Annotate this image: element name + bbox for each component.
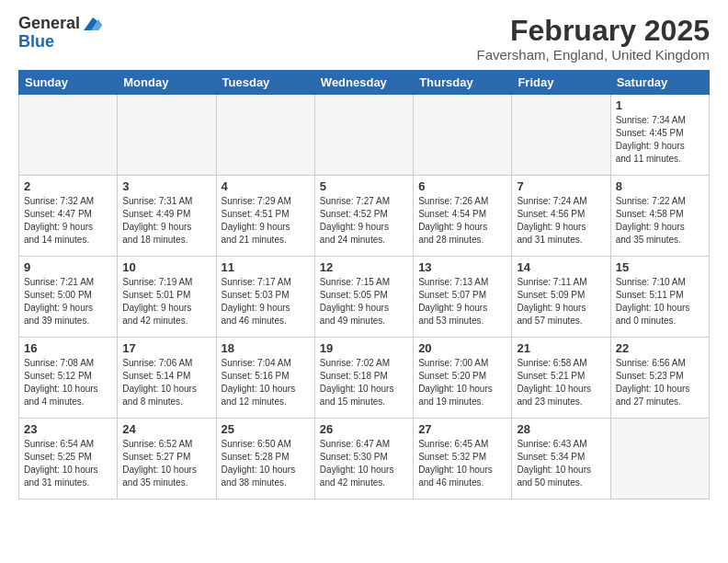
day-number: 15 [616, 260, 704, 274]
day-info: Sunrise: 7:00 AMSunset: 5:20 PMDaylight:… [418, 357, 506, 408]
day-number: 2 [24, 179, 112, 193]
calendar-day-cell: 16Sunrise: 7:08 AMSunset: 5:12 PMDayligh… [19, 338, 118, 419]
day-number: 19 [320, 341, 408, 355]
day-number: 12 [320, 260, 408, 274]
weekday-header-row: Sunday Monday Tuesday Wednesday Thursday… [19, 71, 710, 95]
day-info: Sunrise: 6:45 AMSunset: 5:32 PMDaylight:… [418, 438, 506, 489]
header-thursday: Thursday [414, 71, 512, 95]
calendar-day-cell: 8Sunrise: 7:22 AMSunset: 4:58 PMDaylight… [610, 176, 709, 257]
calendar-week-row: 9Sunrise: 7:21 AMSunset: 5:00 PMDaylight… [19, 257, 710, 338]
calendar-day-cell: 4Sunrise: 7:29 AMSunset: 4:51 PMDaylight… [216, 176, 314, 257]
day-number: 22 [616, 341, 704, 355]
day-number: 26 [320, 422, 408, 436]
day-number: 24 [122, 422, 210, 436]
day-number: 13 [418, 260, 506, 274]
day-info: Sunrise: 7:04 AMSunset: 5:16 PMDaylight:… [222, 357, 310, 408]
calendar-day-cell: 10Sunrise: 7:19 AMSunset: 5:01 PMDayligh… [118, 257, 216, 338]
day-info: Sunrise: 7:02 AMSunset: 5:18 PMDaylight:… [320, 357, 408, 408]
day-number: 25 [222, 422, 310, 436]
day-number: 5 [320, 179, 408, 193]
calendar-week-row: 16Sunrise: 7:08 AMSunset: 5:12 PMDayligh… [19, 338, 710, 419]
day-info: Sunrise: 7:08 AMSunset: 5:12 PMDaylight:… [24, 357, 112, 408]
day-info: Sunrise: 7:34 AMSunset: 4:45 PMDaylight:… [616, 114, 704, 166]
calendar-day-cell: 7Sunrise: 7:24 AMSunset: 4:56 PMDaylight… [512, 176, 610, 257]
calendar-day-cell: 5Sunrise: 7:27 AMSunset: 4:52 PMDaylight… [314, 176, 413, 257]
month-title: February 2025 [477, 15, 710, 47]
calendar-day-cell: 27Sunrise: 6:45 AMSunset: 5:32 PMDayligh… [414, 419, 512, 500]
day-number: 7 [517, 179, 605, 193]
title-block: February 2025 Faversham, England, United… [477, 15, 710, 63]
calendar-day-cell [19, 95, 118, 176]
day-info: Sunrise: 7:26 AMSunset: 4:54 PMDaylight:… [418, 195, 506, 247]
calendar-day-cell: 13Sunrise: 7:13 AMSunset: 5:07 PMDayligh… [414, 257, 512, 338]
header-wednesday: Wednesday [314, 71, 413, 95]
calendar-week-row: 1Sunrise: 7:34 AMSunset: 4:45 PMDaylight… [19, 95, 710, 176]
day-info: Sunrise: 6:58 AMSunset: 5:21 PMDaylight:… [517, 357, 605, 408]
logo: General Blue [18, 15, 102, 52]
calendar-day-cell: 21Sunrise: 6:58 AMSunset: 5:21 PMDayligh… [512, 338, 610, 419]
calendar-day-cell: 15Sunrise: 7:10 AMSunset: 5:11 PMDayligh… [610, 257, 709, 338]
calendar-day-cell: 2Sunrise: 7:32 AMSunset: 4:47 PMDaylight… [19, 176, 118, 257]
day-info: Sunrise: 7:10 AMSunset: 5:11 PMDaylight:… [616, 276, 704, 327]
day-info: Sunrise: 6:54 AMSunset: 5:25 PMDaylight:… [24, 438, 112, 489]
calendar-day-cell: 24Sunrise: 6:52 AMSunset: 5:27 PMDayligh… [118, 419, 216, 500]
calendar-day-cell [216, 95, 314, 176]
day-info: Sunrise: 7:31 AMSunset: 4:49 PMDaylight:… [122, 195, 210, 247]
day-info: Sunrise: 7:15 AMSunset: 5:05 PMDaylight:… [320, 276, 408, 327]
header-tuesday: Tuesday [216, 71, 314, 95]
day-number: 21 [517, 341, 605, 355]
logo-blue-text: Blue [18, 33, 54, 52]
day-info: Sunrise: 6:43 AMSunset: 5:34 PMDaylight:… [517, 438, 605, 489]
day-info: Sunrise: 7:29 AMSunset: 4:51 PMDaylight:… [222, 195, 310, 247]
day-info: Sunrise: 6:47 AMSunset: 5:30 PMDaylight:… [320, 438, 408, 489]
calendar-day-cell: 17Sunrise: 7:06 AMSunset: 5:14 PMDayligh… [118, 338, 216, 419]
calendar-day-cell: 1Sunrise: 7:34 AMSunset: 4:45 PMDaylight… [610, 95, 709, 176]
calendar-table: Sunday Monday Tuesday Wednesday Thursday… [18, 70, 710, 500]
calendar-day-cell [512, 95, 610, 176]
calendar-week-row: 2Sunrise: 7:32 AMSunset: 4:47 PMDaylight… [19, 176, 710, 257]
day-info: Sunrise: 6:52 AMSunset: 5:27 PMDaylight:… [122, 438, 210, 489]
day-number: 9 [24, 260, 112, 274]
day-info: Sunrise: 7:22 AMSunset: 4:58 PMDaylight:… [616, 195, 704, 247]
calendar-day-cell: 23Sunrise: 6:54 AMSunset: 5:25 PMDayligh… [19, 419, 118, 500]
calendar-day-cell [414, 95, 512, 176]
day-info: Sunrise: 7:32 AMSunset: 4:47 PMDaylight:… [24, 195, 112, 247]
calendar-day-cell [314, 95, 413, 176]
calendar-day-cell: 19Sunrise: 7:02 AMSunset: 5:18 PMDayligh… [314, 338, 413, 419]
day-info: Sunrise: 6:56 AMSunset: 5:23 PMDaylight:… [616, 357, 704, 408]
day-number: 6 [418, 179, 506, 193]
calendar-week-row: 23Sunrise: 6:54 AMSunset: 5:25 PMDayligh… [19, 419, 710, 500]
day-info: Sunrise: 7:21 AMSunset: 5:00 PMDaylight:… [24, 276, 112, 327]
day-number: 10 [122, 260, 210, 274]
day-number: 17 [122, 341, 210, 355]
calendar-day-cell: 22Sunrise: 6:56 AMSunset: 5:23 PMDayligh… [610, 338, 709, 419]
day-info: Sunrise: 6:50 AMSunset: 5:28 PMDaylight:… [222, 438, 310, 489]
day-info: Sunrise: 7:27 AMSunset: 4:52 PMDaylight:… [320, 195, 408, 247]
day-number: 28 [517, 422, 605, 436]
day-number: 3 [122, 179, 210, 193]
calendar-day-cell: 26Sunrise: 6:47 AMSunset: 5:30 PMDayligh… [314, 419, 413, 500]
day-number: 20 [418, 341, 506, 355]
day-number: 8 [616, 179, 704, 193]
calendar-day-cell: 3Sunrise: 7:31 AMSunset: 4:49 PMDaylight… [118, 176, 216, 257]
day-number: 16 [24, 341, 112, 355]
calendar-day-cell: 11Sunrise: 7:17 AMSunset: 5:03 PMDayligh… [216, 257, 314, 338]
day-info: Sunrise: 7:17 AMSunset: 5:03 PMDaylight:… [222, 276, 310, 327]
day-info: Sunrise: 7:06 AMSunset: 5:14 PMDaylight:… [122, 357, 210, 408]
header-saturday: Saturday [610, 71, 709, 95]
page-container: General Blue February 2025 Faversham, En… [0, 0, 728, 509]
day-info: Sunrise: 7:19 AMSunset: 5:01 PMDaylight:… [122, 276, 210, 327]
calendar-day-cell: 6Sunrise: 7:26 AMSunset: 4:54 PMDaylight… [414, 176, 512, 257]
calendar-day-cell [118, 95, 216, 176]
calendar-day-cell: 9Sunrise: 7:21 AMSunset: 5:00 PMDaylight… [19, 257, 118, 338]
day-info: Sunrise: 7:11 AMSunset: 5:09 PMDaylight:… [517, 276, 605, 327]
calendar-day-cell: 14Sunrise: 7:11 AMSunset: 5:09 PMDayligh… [512, 257, 610, 338]
calendar-day-cell: 25Sunrise: 6:50 AMSunset: 5:28 PMDayligh… [216, 419, 314, 500]
day-number: 4 [222, 179, 310, 193]
calendar-day-cell: 12Sunrise: 7:15 AMSunset: 5:05 PMDayligh… [314, 257, 413, 338]
header-sunday: Sunday [19, 71, 118, 95]
logo-icon [82, 16, 102, 32]
page-header: General Blue February 2025 Faversham, En… [18, 15, 710, 63]
header-monday: Monday [118, 71, 216, 95]
day-number: 1 [616, 98, 704, 112]
